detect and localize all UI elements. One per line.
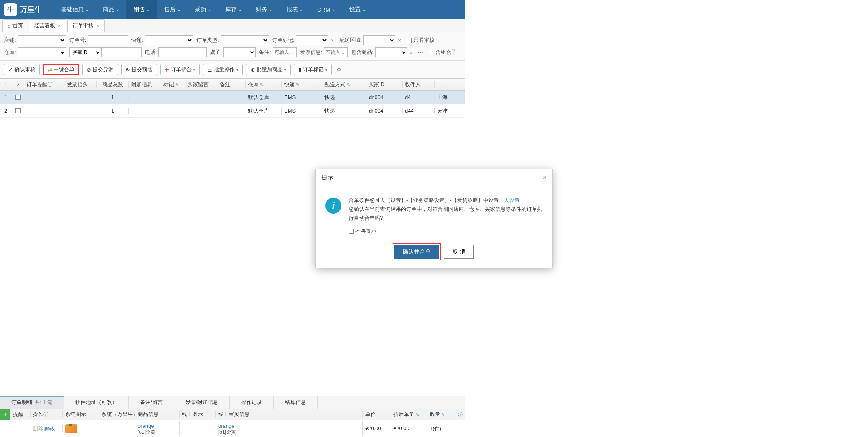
edit-icon[interactable]: ✎ [260, 82, 263, 87]
cart-icon: ⊕ [250, 67, 255, 73]
filter-note-input[interactable] [273, 47, 297, 57]
chevron-down-icon: ▾ [236, 68, 238, 72]
filter-flag-select[interactable] [223, 47, 256, 57]
filter-invoice-label: 发票信息: [300, 49, 322, 56]
filter-combo-label: 含组合子 [436, 49, 457, 56]
close-icon[interactable]: ✕ [96, 23, 99, 29]
filter-invoice-input[interactable] [324, 47, 348, 57]
filter-warehouse-label: 仓库: [4, 49, 16, 56]
filter-combo-checkbox[interactable] [429, 50, 434, 55]
clear-icon[interactable]: × [395, 37, 403, 43]
col-settings[interactable]: ⋮ [0, 82, 12, 88]
chevron-down-icon: ⌄ [85, 8, 89, 12]
home-icon: ⌂ [8, 23, 11, 29]
logo-text: 万里牛 [20, 5, 42, 14]
chevron-down-icon: ▾ [193, 68, 195, 72]
nav-sales[interactable]: 销售⌄ [126, 0, 157, 19]
cell-buyerid: dn004 [366, 108, 403, 114]
chevron-down-icon: ⌄ [116, 8, 119, 12]
chevron-down-icon: ⌄ [147, 8, 150, 12]
col-addl-info: 附加信息 [129, 81, 161, 88]
batch-add-goods-button[interactable]: ⊕批量加商品▾ [246, 64, 291, 75]
nav-aftersale[interactable]: 售后⌄ [157, 0, 188, 19]
nav-goods[interactable]: 商品⌄ [96, 0, 126, 19]
filter-phone-input[interactable] [158, 47, 207, 57]
row-checkbox[interactable] [15, 108, 21, 113]
edit-icon[interactable]: ✎ [175, 82, 179, 87]
chevron-down-icon: ⌄ [332, 8, 335, 12]
submit-exception-button[interactable]: ⊘提交异常 [82, 64, 118, 75]
col-delivery: 配送方式✎ [322, 81, 366, 88]
edit-icon[interactable]: ✎ [347, 82, 350, 87]
nav-purchase[interactable]: 采购⌄ [188, 0, 218, 19]
col-checkall[interactable]: ✓ [12, 82, 24, 88]
nav-stock[interactable]: 库存⌄ [218, 0, 249, 19]
row-number: 2 [0, 108, 12, 114]
filter-warehouse-select[interactable] [18, 47, 66, 57]
filter-phone-label: 电话: [145, 49, 157, 56]
filter-buyerid-select[interactable]: 买家ID [69, 47, 101, 57]
close-icon[interactable]: ✕ [58, 23, 61, 29]
filter-auditonly-checkbox[interactable] [407, 38, 412, 43]
filter-buyerid-input[interactable] [101, 47, 142, 57]
bookmark-icon: ▮ [298, 67, 301, 73]
filter-orderno-input[interactable] [88, 35, 128, 45]
tab-order-audit[interactable]: 订单审核✕ [67, 19, 105, 32]
filter-includegoods-label: 包含商品: [351, 49, 374, 56]
nav-crm[interactable]: CRM⌄ [310, 0, 342, 19]
filter-note-label: 备注: [259, 49, 271, 56]
col-note: 备注 [217, 81, 246, 88]
filter-shop-label: 店铺: [4, 37, 16, 44]
clear-icon[interactable]: × [328, 37, 336, 43]
split-icon: ✚ [165, 67, 169, 73]
chevron-down-icon: ⌄ [269, 8, 272, 12]
cell-express: EMS [282, 94, 322, 100]
filter-express-select[interactable] [145, 35, 193, 45]
cell-recipient: d4 [403, 94, 435, 100]
col-goods-total: 商品总数 [97, 81, 129, 88]
split-order-button[interactable]: ✚订单拆合▾ [160, 64, 200, 75]
table-row[interactable]: 2 1 默认仓库 EMS 快递 dn004 d44 天津 [0, 104, 465, 118]
nav-settings[interactable]: 设置⌄ [342, 0, 373, 19]
col-remind: 订单提醒ⓘ [24, 81, 64, 88]
chevron-down-icon: ⌄ [238, 8, 242, 12]
chevron-down-icon: ▾ [284, 68, 286, 72]
filter-ordermark-select[interactable] [296, 35, 328, 45]
tab-dashboard[interactable]: 经营看板✕ [29, 19, 66, 32]
edit-icon[interactable]: ✎ [296, 82, 300, 87]
filter-shop-select[interactable] [18, 35, 66, 45]
filter-ordertype-select[interactable] [221, 35, 269, 45]
ban-icon: ⊘ [87, 67, 91, 73]
nav-finance[interactable]: 财务⌄ [249, 0, 279, 19]
filter-area-select[interactable] [363, 35, 395, 45]
cell-express: EMS [282, 108, 322, 114]
nav-report[interactable]: 报表⌄ [279, 0, 310, 19]
row-checkbox[interactable] [15, 95, 21, 100]
more-icon[interactable]: ••• [415, 49, 426, 56]
toolbar: ✓确认审核 ⇄一键合单 ⊘提交异常 ↻提交预售 ✚订单拆合▾ ☰批量操作▾ ⊕批… [0, 61, 465, 78]
logo-icon: 牛 [4, 3, 17, 16]
submit-presale-button[interactable]: ↻提交预售 [121, 64, 157, 75]
tabs-bar: ⌂首页 经营看板✕ 订单审核✕ [0, 19, 465, 32]
clear-icon[interactable]: × [407, 49, 415, 56]
filter-includegoods-select[interactable] [375, 47, 407, 57]
chevron-down-icon: ▾ [325, 68, 327, 72]
order-mark-button[interactable]: ▮订单标记▾ [294, 64, 332, 75]
col-invoice: 发票抬头 [64, 81, 97, 88]
filter-auditonly-label: 只看审核 [413, 37, 434, 44]
batch-op-button[interactable]: ☰批量操作▾ [203, 64, 243, 75]
gear-icon[interactable]: ⚙ [335, 65, 343, 74]
chevron-down-icon: ⌄ [177, 8, 180, 12]
chevron-down-icon: ⌄ [362, 8, 366, 12]
table-row[interactable]: 1 1 默认仓库 EMS 快递 dn004 d4 上海 [0, 91, 465, 104]
merge-order-button[interactable]: ⇄一键合单 [43, 64, 79, 75]
tab-home[interactable]: ⌂首页 [2, 19, 28, 32]
top-navigation: 牛 万里牛 基础信息⌄ 商品⌄ 销售⌄ 售后⌄ 采购⌄ 库存⌄ 财务⌄ 报表⌄ … [0, 0, 465, 19]
chevron-down-icon: ⌄ [208, 8, 211, 12]
info-icon[interactable]: ⓘ [48, 81, 52, 88]
cell-addr: 天津 [435, 107, 465, 115]
filter-area-label: 配送区域: [339, 37, 362, 44]
confirm-audit-button[interactable]: ✓确认审核 [4, 64, 40, 75]
nav-basic-info[interactable]: 基础信息⌄ [54, 0, 96, 19]
filter-flag-label: 旗子: [210, 49, 222, 56]
